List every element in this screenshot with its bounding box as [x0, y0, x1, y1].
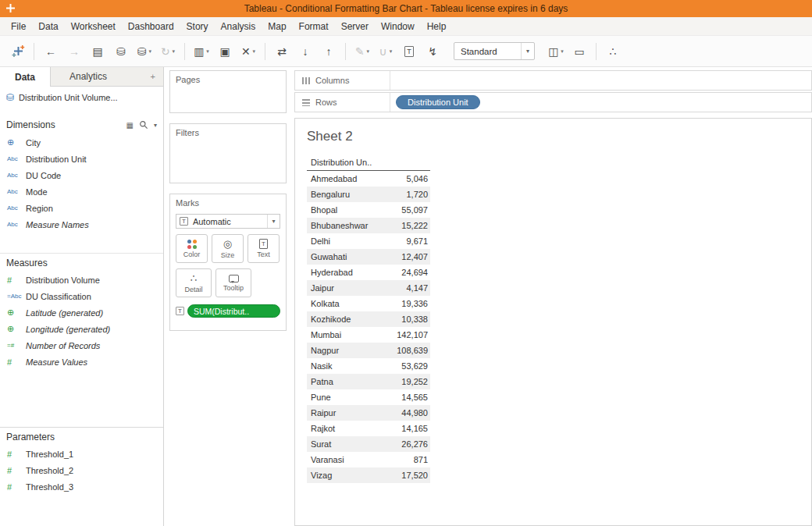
menu-data[interactable]: Data: [32, 17, 64, 35]
field-region[interactable]: Abc Region: [0, 200, 163, 216]
show-start-page-button[interactable]: [9, 41, 27, 62]
duplicate-sheet-icon[interactable]: ▣▾: [215, 41, 234, 62]
menu-story[interactable]: Story: [180, 17, 215, 35]
menu-file[interactable]: File: [5, 17, 32, 35]
tab-data[interactable]: Data: [0, 67, 51, 87]
distribution-unit-pill[interactable]: Distribution Unit: [396, 95, 480, 109]
rows-shelf[interactable]: Rows Distribution Unit: [294, 92, 812, 112]
menu-map[interactable]: Map: [262, 17, 292, 35]
field-measure-values[interactable]: # Measure Values: [0, 354, 163, 370]
table-row[interactable]: Nasik 53,629: [307, 358, 430, 374]
view-grid-icon[interactable]: ▦: [126, 121, 134, 130]
titlebar: Tableau - Conditional Formatting Bar Cha…: [0, 0, 812, 17]
group-members-icon[interactable]: ∪▾: [376, 41, 395, 62]
chevron-down-icon[interactable]: ▾: [154, 122, 157, 129]
fit-selector[interactable]: Standard ▾: [454, 42, 535, 60]
pause-auto-updates-icon[interactable]: ⛁▾: [135, 41, 154, 62]
clear-sheet-icon[interactable]: ✕▾: [239, 41, 258, 62]
table-row[interactable]: Surat 26,276: [307, 436, 430, 452]
param-threshold-2[interactable]: # Threshold_2: [0, 462, 163, 478]
mark-type-dropdown[interactable]: T Automatic ▾: [176, 214, 280, 229]
sort-descending-icon[interactable]: ↑▾: [319, 41, 338, 62]
detail-button[interactable]: ∴ Detail: [176, 268, 212, 297]
calc-abc-icon: =Abc: [7, 293, 26, 300]
columns-shelf[interactable]: Columns: [294, 70, 812, 91]
field-label: DU Code: [26, 171, 61, 180]
field-city[interactable]: ⊕ City: [0, 134, 163, 151]
menu-help[interactable]: Help: [421, 17, 453, 35]
param-threshold-1[interactable]: # Threshold_1: [0, 446, 163, 462]
field-mode[interactable]: Abc Mode: [0, 183, 163, 200]
sheet-view: Sheet 2 Distribution Un.. Ahmedabad 5,04…: [294, 118, 812, 526]
filters-shelf[interactable]: Filters: [169, 123, 287, 183]
table-row[interactable]: Mumbai 142,107: [307, 327, 430, 343]
table-row[interactable]: Rajkot 14,165: [307, 421, 430, 436]
table-row[interactable]: Varanasi 871: [307, 452, 430, 467]
highlight-icon[interactable]: ✎▾: [353, 41, 372, 62]
field-du-code[interactable]: Abc DU Code: [0, 167, 163, 183]
presentation-mode-icon[interactable]: ▭▾: [570, 41, 589, 62]
table-row[interactable]: Jaipur 4,147: [307, 280, 430, 296]
color-button[interactable]: Color: [176, 234, 208, 263]
share-icon[interactable]: ∴▾: [604, 41, 622, 62]
swap-rows-columns-icon[interactable]: ⇄▾: [272, 41, 291, 62]
icon-glyph: ↑: [326, 45, 332, 58]
field-measure-names[interactable]: Abc Measure Names: [0, 216, 163, 233]
row-value: 4,147: [406, 283, 428, 293]
show-hide-cards-icon[interactable]: ◫▾: [547, 41, 565, 62]
table-row[interactable]: Hyderabad 24,694: [307, 265, 430, 280]
table-row[interactable]: Patna 19,252: [307, 374, 430, 389]
table-header[interactable]: Distribution Un..: [307, 156, 430, 171]
new-datasource-icon[interactable]: ⛁▾: [112, 41, 130, 62]
field-label: DU Classification: [26, 292, 91, 301]
field-label: Latitude (generated): [26, 308, 103, 318]
menu-format[interactable]: Format: [293, 17, 335, 35]
show-mark-labels-icon[interactable]: T▾: [400, 41, 418, 62]
field-latitude-generated[interactable]: ⊕ Latitude (generated): [0, 304, 163, 321]
table-row[interactable]: Kolkata 19,336: [307, 296, 430, 311]
search-icon[interactable]: [139, 120, 148, 130]
field-number-of-records[interactable]: =# Number of Records: [0, 337, 163, 354]
sum-distribution-pill[interactable]: SUM(Distribut..: [187, 304, 280, 318]
text-button[interactable]: T Text: [248, 234, 280, 263]
table-row[interactable]: Pune 14,565: [307, 389, 430, 405]
tab-analytics[interactable]: Analytics+: [51, 67, 163, 87]
marks-buttons-row-1: Color ◎ Size T Text: [176, 234, 280, 263]
field-distribution-unit[interactable]: Abc Distribution Unit: [0, 151, 163, 167]
menu-server[interactable]: Server: [335, 17, 375, 35]
table-row[interactable]: Ahmedabad 5,046: [307, 171, 430, 187]
table-row[interactable]: Vizag 17,520: [307, 467, 430, 483]
menu-dashboard[interactable]: Dashboard: [122, 17, 180, 35]
table-row[interactable]: Guwahati 12,407: [307, 249, 430, 265]
save-icon[interactable]: ▤▾: [88, 41, 107, 62]
pane-tabs: Data Analytics+: [0, 67, 163, 87]
field-du-classification[interactable]: =Abc DU Classification: [0, 288, 163, 304]
undo-icon[interactable]: ←▾: [41, 41, 60, 62]
table-row[interactable]: Delhi 9,671: [307, 233, 430, 249]
row-label: Delhi: [311, 236, 330, 246]
datasource-item[interactable]: ⛁ Distribution Unit Volume...: [0, 87, 163, 108]
field-distribution-volume[interactable]: # Distribution Volume: [0, 272, 163, 288]
new-worksheet-icon[interactable]: ▥▾: [192, 41, 211, 62]
table-row[interactable]: Nagpur 108,639: [307, 343, 430, 358]
param-threshold-3[interactable]: # Threshold_3: [0, 478, 163, 495]
field-longitude-generated[interactable]: ⊕ Longitude (generated): [0, 321, 163, 337]
menu-analysis[interactable]: Analysis: [215, 17, 262, 35]
table-row[interactable]: Kozhikode 10,338: [307, 311, 430, 327]
table-row[interactable]: Raipur 44,980: [307, 405, 430, 421]
tooltip-button[interactable]: Tooltip: [215, 268, 251, 297]
pages-shelf[interactable]: Pages: [169, 70, 287, 113]
size-button[interactable]: ◎ Size: [212, 234, 244, 263]
redo-icon[interactable]: →▾: [65, 41, 84, 62]
chevron-down-icon: ▾: [267, 215, 280, 228]
table-row[interactable]: Bhopal 55,097: [307, 202, 430, 218]
run-auto-updates-icon[interactable]: ↻▾: [158, 41, 177, 62]
menu-worksheet[interactable]: Worksheet: [65, 17, 122, 35]
table-row[interactable]: Bhubaneshwar 15,222: [307, 218, 430, 233]
row-label: Guwahati: [311, 252, 347, 261]
menu-window[interactable]: Window: [375, 17, 421, 35]
fix-axes-icon[interactable]: ↯▾: [423, 41, 442, 62]
sort-ascending-icon[interactable]: ↓▾: [296, 41, 315, 62]
icon-glyph: ▤: [92, 45, 102, 58]
table-row[interactable]: Bengaluru 1,720: [307, 187, 430, 202]
